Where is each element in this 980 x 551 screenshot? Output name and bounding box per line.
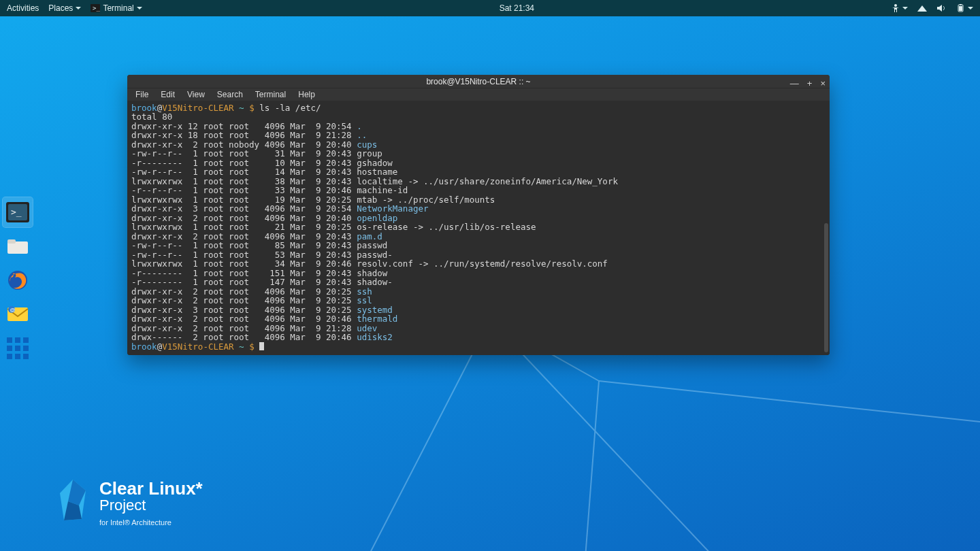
svg-text:>_: >_ bbox=[93, 5, 100, 12]
terminal-icon: >_ bbox=[6, 201, 29, 224]
svg-rect-16 bbox=[7, 239, 16, 244]
terminal-window: brook@V15Nitro-CLEAR :: ~ — + × FileEdit… bbox=[127, 75, 830, 355]
menu-search[interactable]: Search bbox=[217, 90, 243, 99]
dash-app-files[interactable] bbox=[3, 231, 33, 261]
places-label: Places bbox=[48, 3, 73, 13]
firefox-icon bbox=[6, 269, 29, 292]
battery-icon bbox=[956, 4, 965, 12]
clear-linux-logo-icon bbox=[59, 478, 87, 526]
window-title: brook@V15Nitro-CLEAR :: ~ bbox=[426, 77, 530, 86]
dash-app-mail[interactable]: @ bbox=[3, 299, 33, 329]
focused-app-menu[interactable]: >_ Terminal bbox=[91, 3, 142, 13]
battery-indicator[interactable] bbox=[956, 4, 973, 12]
svg-rect-11 bbox=[959, 6, 962, 11]
svg-line-4 bbox=[599, 381, 980, 422]
window-maximize-button[interactable]: + bbox=[807, 79, 813, 88]
chevron-down-icon bbox=[902, 7, 908, 10]
wifi-icon bbox=[917, 5, 927, 12]
svg-rect-10 bbox=[960, 4, 962, 5]
chevron-down-icon bbox=[137, 7, 142, 10]
terminal-menubar: FileEditViewSearchTerminalHelp bbox=[127, 88, 830, 100]
dash-app-firefox[interactable] bbox=[3, 265, 33, 295]
chevron-down-icon bbox=[76, 7, 81, 10]
terminal-output[interactable]: brook@V15Nitro-CLEAR ~ $ ls -la /etc/ to… bbox=[127, 101, 830, 356]
focused-app-label: Terminal bbox=[103, 3, 133, 13]
brand-subtitle: Project bbox=[99, 497, 203, 514]
menu-view[interactable]: View bbox=[187, 90, 205, 99]
apps-grid-icon bbox=[6, 337, 29, 360]
mail-icon: @ bbox=[6, 303, 29, 326]
svg-text:>_: >_ bbox=[11, 207, 22, 217]
top-panel: Activities Places >_ Terminal Sat 21:34 bbox=[0, 0, 980, 16]
activities-button[interactable]: Activities bbox=[7, 3, 39, 13]
menu-help[interactable]: Help bbox=[298, 90, 315, 99]
brand-tagline: for Intel® Architecture bbox=[99, 518, 203, 527]
accessibility-menu[interactable] bbox=[892, 4, 908, 12]
network-indicator[interactable] bbox=[917, 5, 927, 12]
folder-icon bbox=[6, 235, 29, 258]
menu-edit[interactable]: Edit bbox=[161, 90, 175, 99]
window-minimize-button[interactable]: — bbox=[790, 79, 799, 88]
wallpaper-brand: Clear Linux* Project for Intel® Architec… bbox=[59, 478, 203, 527]
places-menu[interactable]: Places bbox=[48, 3, 81, 13]
menu-file[interactable]: File bbox=[135, 90, 148, 99]
window-close-button[interactable]: × bbox=[820, 79, 826, 88]
window-titlebar[interactable]: brook@V15Nitro-CLEAR :: ~ — + × bbox=[127, 75, 830, 88]
menu-terminal[interactable]: Terminal bbox=[255, 90, 286, 99]
svg-text:@: @ bbox=[10, 307, 16, 313]
svg-line-2 bbox=[585, 381, 599, 551]
svg-point-8 bbox=[894, 4, 897, 7]
speaker-icon bbox=[936, 4, 946, 12]
dash-show-apps[interactable] bbox=[3, 333, 33, 363]
dash-app-terminal[interactable]: >_ bbox=[3, 197, 33, 227]
dash: >_ @ bbox=[3, 197, 33, 363]
terminal-icon: >_ bbox=[91, 3, 100, 13]
clock[interactable]: Sat 21:34 bbox=[500, 3, 534, 13]
chevron-down-icon bbox=[968, 7, 973, 10]
volume-indicator[interactable] bbox=[936, 4, 946, 12]
terminal-scrollbar[interactable] bbox=[824, 223, 828, 352]
